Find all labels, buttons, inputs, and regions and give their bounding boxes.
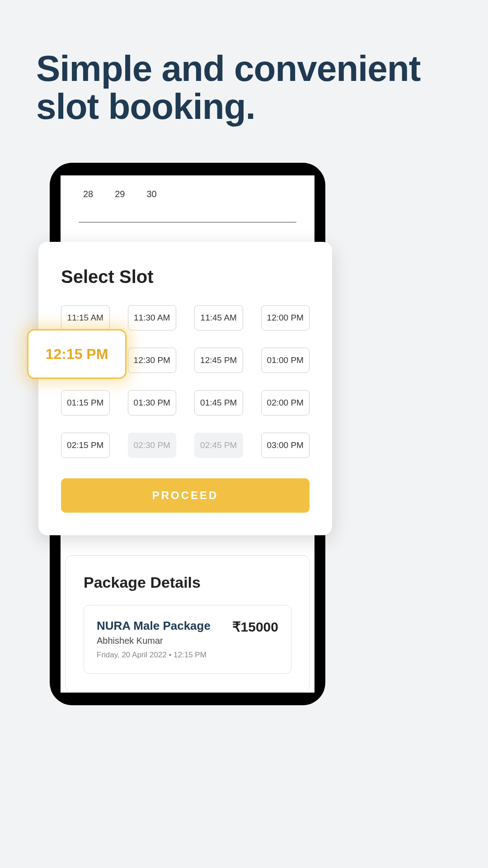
calendar-row: 28 29 30 bbox=[61, 175, 314, 204]
selected-slot-highlight[interactable]: 12:15 PM bbox=[27, 329, 127, 379]
slot-option[interactable]: 01:15 PM bbox=[61, 390, 110, 415]
slot-option[interactable]: 01:45 PM bbox=[194, 390, 243, 415]
slot-option[interactable]: 02:15 PM bbox=[61, 433, 110, 458]
package-details-section: Package Details NURA Male Package Abhish… bbox=[65, 555, 310, 692]
slot-grid: 11:15 AM11:30 AM11:45 AM12:00 PM12:15 PM… bbox=[61, 305, 310, 458]
slot-option[interactable]: 02:00 PM bbox=[261, 390, 310, 415]
package-details-title: Package Details bbox=[84, 574, 291, 591]
calendar-divider bbox=[79, 222, 296, 222]
slot-option[interactable]: 12:30 PM bbox=[128, 348, 177, 373]
calendar-day[interactable]: 29 bbox=[115, 189, 125, 199]
slot-option[interactable]: 01:30 PM bbox=[128, 390, 177, 415]
slot-option[interactable]: 11:30 AM bbox=[128, 305, 177, 330]
slot-option[interactable]: 11:45 AM bbox=[194, 305, 243, 330]
package-date: Friday, 20 April 2022 • 12:15 PM bbox=[97, 651, 232, 660]
proceed-button[interactable]: PROCEED bbox=[61, 478, 310, 513]
package-price: ₹15000 bbox=[232, 619, 278, 635]
package-card[interactable]: NURA Male Package Abhishek Kumar Friday,… bbox=[84, 605, 291, 674]
calendar-day[interactable]: 30 bbox=[147, 189, 157, 199]
slot-option: 02:30 PM bbox=[128, 433, 177, 458]
slot-option[interactable]: 01:00 PM bbox=[261, 348, 310, 373]
slot-option[interactable]: 12:00 PM bbox=[261, 305, 310, 330]
slot-option[interactable]: 03:00 PM bbox=[261, 433, 310, 458]
package-user: Abhishek Kumar bbox=[97, 636, 232, 646]
slot-option[interactable]: 12:45 PM bbox=[194, 348, 243, 373]
package-name: NURA Male Package bbox=[97, 619, 232, 633]
calendar-day[interactable]: 28 bbox=[83, 189, 93, 199]
marketing-headline: Simple and convenient slot booking. bbox=[36, 50, 452, 126]
select-slot-panel: Select Slot 11:15 AM11:30 AM11:45 AM12:0… bbox=[38, 242, 332, 535]
slot-option[interactable]: 11:15 AM bbox=[61, 305, 110, 330]
slot-option: 02:45 PM bbox=[194, 433, 243, 458]
select-slot-title: Select Slot bbox=[61, 267, 310, 287]
